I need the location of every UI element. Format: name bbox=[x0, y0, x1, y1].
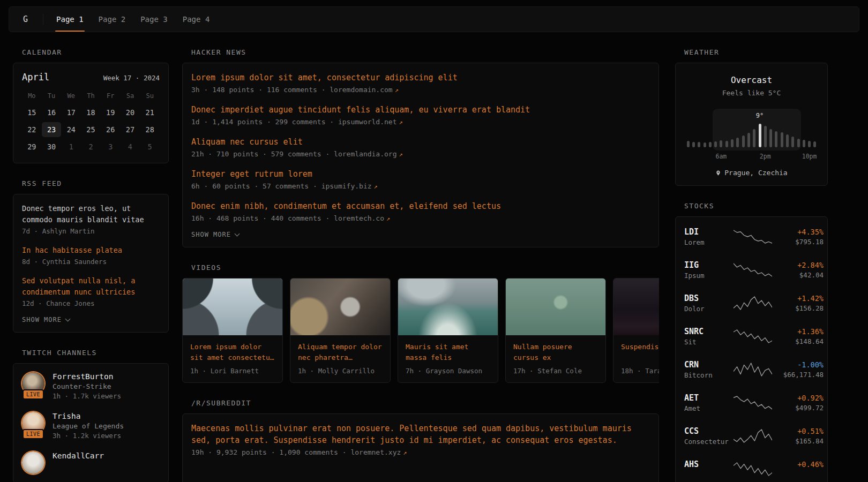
twitch-channel[interactable]: KendallCarr bbox=[22, 451, 160, 474]
video-thumbnail[interactable] bbox=[398, 278, 498, 335]
stock-numbers: +1.36% $148.64 bbox=[772, 327, 824, 345]
external-link-icon[interactable]: ↗ bbox=[395, 86, 399, 94]
video-card[interactable]: Lorem ipsum dolor sit amet consectetu… 1… bbox=[182, 278, 283, 383]
twitch-name: KendallCarr bbox=[53, 451, 104, 460]
hn-item-title[interactable]: Aliquam nec cursus elit bbox=[191, 136, 650, 148]
weather-widget: WEATHER Overcast Feels like 5°C 9° 6am2p… bbox=[675, 48, 828, 186]
stock-sparkline bbox=[734, 362, 772, 378]
weather-bar bbox=[731, 139, 734, 147]
hackernews-widget: HACKER NEWS Lorem ipsum dolor sit amet, … bbox=[182, 48, 659, 247]
tab-page-1[interactable]: Page 1 bbox=[49, 7, 91, 32]
video-meta: 18h · Tara bbox=[621, 367, 659, 375]
video-card-body: Lorem ipsum dolor sit amet consectetu… 1… bbox=[183, 335, 282, 382]
stock-name: Bitcorn bbox=[684, 371, 734, 379]
stock-name: Ipsum bbox=[684, 272, 734, 280]
video-thumbnail[interactable] bbox=[290, 278, 390, 335]
stock-sparkline bbox=[734, 262, 772, 278]
video-title[interactable]: Aliquam tempor dolor nec pharetra… bbox=[298, 342, 383, 363]
video-card[interactable]: Nullam posuere cursus ex 17h · Stefan Co… bbox=[505, 278, 606, 383]
rss-item-title[interactable]: Sed volutpat nulla nisl, a condimentum n… bbox=[22, 275, 160, 298]
hn-item-meta: 3h · 148 points · 116 comments · loremdo… bbox=[191, 86, 650, 94]
weather-bar bbox=[797, 139, 800, 147]
video-thumbnail[interactable] bbox=[506, 278, 605, 335]
stock-row[interactable]: CCS Consectetur +0.51% $165.84 bbox=[684, 419, 819, 453]
rss-panel: Donec tempor eros leo, ut commodo mauris… bbox=[13, 194, 169, 333]
weather-bar bbox=[742, 135, 745, 147]
tab-page-2[interactable]: Page 2 bbox=[91, 7, 133, 32]
weather-time-label: 10pm bbox=[802, 153, 817, 160]
stock-change: +0.51% bbox=[772, 427, 824, 435]
video-card[interactable]: Aliquam tempor dolor nec pharetra… 1h · … bbox=[290, 278, 391, 383]
weather-bar bbox=[775, 131, 777, 147]
subreddit-post-meta: 19h · 9,932 points · 1,090 comments · lo… bbox=[191, 448, 650, 456]
stock-ticker: LDI bbox=[684, 227, 734, 237]
video-thumbnail[interactable] bbox=[183, 278, 282, 335]
section-title-videos: VIDEOS bbox=[191, 263, 659, 272]
section-title-rss: RSS FEED bbox=[22, 179, 169, 187]
hn-item: Donec enim nibh, condimentum et accumsan… bbox=[191, 200, 650, 222]
weather-bar-column bbox=[697, 142, 702, 147]
stock-row[interactable]: AHS +0.46% bbox=[684, 453, 819, 482]
weather-bar bbox=[692, 142, 695, 147]
stock-price: $795.18 bbox=[772, 238, 824, 246]
video-meta: 7h · Grayson Dawson bbox=[406, 367, 490, 375]
weather-bar bbox=[704, 142, 706, 147]
section-title-twitch: TWITCH CHANNELS bbox=[22, 349, 169, 357]
calendar-day-today: 23 bbox=[42, 122, 62, 137]
weather-bar bbox=[714, 141, 717, 147]
chevron-down-icon bbox=[235, 231, 240, 236]
rss-item-title[interactable]: Donec tempor eros leo, ut commodo mauris… bbox=[22, 203, 160, 225]
weather-bar-column bbox=[790, 137, 796, 147]
video-card[interactable]: Suspendisse diam 18h · Tara bbox=[613, 278, 659, 383]
video-meta: 17h · Stefan Cole bbox=[513, 367, 598, 375]
rss-item-title[interactable]: In hac habitasse platea bbox=[22, 245, 160, 256]
calendar-month: April bbox=[22, 72, 49, 82]
hn-item-title[interactable]: Lorem ipsum dolor sit amet, consectetur … bbox=[191, 72, 650, 84]
weather-bar bbox=[736, 138, 739, 147]
external-link-icon[interactable]: ↗ bbox=[403, 449, 407, 456]
hn-item-title[interactable]: Donec imperdiet augue tincidunt felis al… bbox=[191, 104, 650, 116]
subreddit-panel: Maecenas mollis pulvinar erat non posuer… bbox=[182, 413, 659, 482]
calendar-day: 17 bbox=[61, 105, 81, 120]
video-thumbnail[interactable] bbox=[613, 278, 659, 335]
video-title[interactable]: Nullam posuere cursus ex bbox=[513, 342, 598, 363]
stock-ticker: IIG bbox=[684, 260, 734, 270]
stock-row[interactable]: CRN Bitcorn -1.00% $66,171.48 bbox=[684, 353, 819, 386]
weather-bar bbox=[791, 137, 794, 147]
stock-row[interactable]: SNRC Sit +1.36% $148.64 bbox=[684, 320, 819, 353]
video-title[interactable]: Suspendisse diam bbox=[621, 342, 659, 363]
stock-row[interactable]: DBS Dolor +1.42% $156.28 bbox=[684, 287, 819, 320]
external-link-icon[interactable]: ↗ bbox=[386, 215, 390, 222]
stock-row[interactable]: LDI Lorem +4.35% $795.18 bbox=[684, 220, 819, 253]
rss-item: In hac habitasse platea 8d · Cynthia Sau… bbox=[22, 245, 160, 266]
external-link-icon[interactable]: ↗ bbox=[399, 118, 403, 126]
video-title[interactable]: Lorem ipsum dolor sit amet consectetu… bbox=[190, 342, 275, 363]
stock-row[interactable]: IIG Ipsum +2.84% $42.04 bbox=[684, 253, 819, 287]
video-card[interactable]: Mauris sit amet massa felis 7h · Grayson… bbox=[398, 278, 498, 383]
live-badge: LIVE bbox=[23, 389, 44, 400]
stock-numbers: +2.84% $42.04 bbox=[772, 261, 824, 279]
weather-bar bbox=[786, 134, 789, 147]
twitch-channel[interactable]: LIVE ForrestBurton Counter-Strike 1h · 1… bbox=[22, 372, 160, 400]
hn-item: Aliquam nec cursus elit 21h · 710 points… bbox=[191, 136, 650, 158]
stock-info: IIG Ipsum bbox=[684, 260, 734, 280]
twitch-channel[interactable]: LIVE Trisha League of Legends 3h · 1.2k … bbox=[22, 412, 160, 440]
external-link-icon[interactable]: ↗ bbox=[374, 183, 378, 190]
stock-row[interactable]: AET Amet +0.92% $499.72 bbox=[684, 386, 819, 419]
stock-sparkline bbox=[734, 229, 772, 245]
show-more-button[interactable]: SHOW MORE bbox=[191, 231, 650, 238]
subreddit-post-title[interactable]: Maecenas mollis pulvinar erat non posuer… bbox=[191, 423, 650, 446]
weather-bar-column bbox=[724, 141, 729, 147]
weather-time-label: 2pm bbox=[760, 153, 771, 160]
external-link-icon[interactable]: ↗ bbox=[399, 150, 403, 158]
app-logo[interactable]: G bbox=[13, 7, 41, 32]
show-more-button[interactable]: SHOW MORE bbox=[22, 316, 160, 323]
stock-name: Lorem bbox=[684, 238, 734, 246]
tab-page-3[interactable]: Page 3 bbox=[133, 7, 175, 32]
hn-meta-text: 1d · 1,414 points · 299 comments · ipsum… bbox=[191, 118, 397, 126]
stock-change: +0.46% bbox=[772, 460, 824, 469]
hn-item-title[interactable]: Integer eget rutrum lorem bbox=[191, 168, 650, 180]
video-title[interactable]: Mauris sit amet massa felis bbox=[406, 342, 490, 363]
hn-item-title[interactable]: Donec enim nibh, condimentum et accumsan… bbox=[191, 200, 650, 212]
tab-page-4[interactable]: Page 4 bbox=[175, 7, 218, 32]
